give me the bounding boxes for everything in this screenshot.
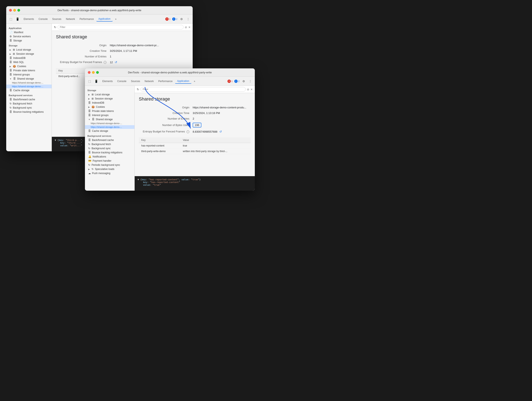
tab-sources-2[interactable]: Sources [129, 79, 142, 83]
tab-performance-1[interactable]: Performance [77, 17, 96, 21]
origin-value-2: https://shared-storage-demo-content-prod… [193, 106, 246, 109]
window-title-2: DevTools - shared-storage-demo-publisher… [128, 71, 212, 74]
tab-elements-2[interactable]: Elements [100, 79, 115, 83]
minimize-button-2[interactable] [92, 71, 95, 74]
websql-icon: 🗄 [10, 61, 12, 64]
sidebar-item-websql-1[interactable]: 🗄 Web SQL [6, 60, 51, 64]
refresh-icon-1[interactable]: ↻ [54, 25, 56, 29]
sidebar-item-shared-url-3[interactable]: https://shared-storage-demo-... [85, 121, 134, 125]
sidebar-item-shared-url-1[interactable]: https://shared-storage-demo-... [6, 81, 51, 84]
minimize-button-1[interactable] [13, 9, 16, 12]
error-circle-2: ✕ [228, 80, 231, 83]
sidebar-item-private-tokens-2[interactable]: 🗄 Private state tokens [85, 109, 134, 113]
expand-icon-session-2: ▶ [88, 98, 90, 100]
select-element-icon-2[interactable]: ⬚ [87, 79, 92, 84]
sidebar-item-storage-1[interactable]: 🗄 Storage [6, 38, 51, 43]
bounce-tracking-icon: 🗄 [10, 110, 12, 113]
expand-icon-local-2: ▶ [88, 94, 90, 96]
more-icon-1[interactable]: ⋮ [186, 17, 190, 22]
info-badge-1: i 2 [172, 17, 177, 21]
filter-input-1[interactable] [57, 25, 184, 29]
sidebar-item-shared-storage-2[interactable]: ▼ 🗄 Shared storage [85, 117, 134, 121]
sidebar-item-notifications-2[interactable]: 🔔 Notifications [85, 155, 134, 159]
refresh-icon-2[interactable]: ↻ [137, 88, 139, 91]
sidebar-item-session-storage-1[interactable]: ▶ ⊞ Session storage [6, 52, 51, 56]
sidebar-item-periodic-bg-sync-2[interactable]: ↻ Periodic background sync [85, 163, 134, 167]
select-element-icon[interactable]: ⬚ [8, 17, 13, 22]
service-workers-icon: ⚙ [10, 35, 12, 38]
filter-close-icon-1[interactable]: ✕ [188, 26, 190, 29]
entropy-info-icon-2[interactable]: i [186, 130, 189, 133]
close-button-1[interactable] [9, 9, 12, 12]
sidebar-item-shared-url-4[interactable]: https://shared-storage-demo-... [85, 125, 134, 129]
reset-entropy-btn-1[interactable]: ↺ [115, 61, 117, 64]
sidebar-item-speculative-loads-2[interactable]: ▶ ↻ Speculative loads [85, 167, 134, 171]
maximize-button-1[interactable] [17, 9, 20, 12]
sidebar-1: Application 📄 Manifest ⚙ Service workers… [6, 24, 52, 151]
indexeddb-icon: 🗄 [10, 57, 12, 59]
storage-icon: 🗄 [10, 39, 12, 42]
sidebar-item-bg-fetch-1[interactable]: ↻ Background fetch [6, 102, 51, 106]
sidebar-item-payment-handler-2[interactable]: 💳 Payment handler [85, 159, 134, 163]
filter-clear-icon-1[interactable]: ⊘ [185, 26, 187, 29]
info-entries-2: Number of Entries 2 [139, 117, 251, 120]
info-circle-1: i [172, 17, 176, 21]
tab-sources-1[interactable]: Sources [50, 17, 63, 21]
sidebar-item-bounce-tracking-1[interactable]: 🗄 Bounce tracking mitigations [6, 110, 51, 114]
indexeddb-icon-2: 🗄 [88, 101, 91, 104]
sidebar-item-cache-storage-2[interactable]: 🗄 Cache storage [85, 129, 134, 133]
sidebar-item-cookies-1[interactable]: ▶ 🍪 Cookies [6, 64, 51, 68]
reset-entropy-btn-2[interactable]: ↺ [219, 130, 222, 133]
filter-clear-icon-2[interactable]: ⊘ [247, 88, 249, 91]
tab-console-1[interactable]: Console [37, 17, 50, 21]
tab-application-2[interactable]: Application [175, 79, 191, 84]
sidebar-item-service-workers-1[interactable]: ⚙ Service workers [6, 34, 51, 38]
entropy-info-icon-1[interactable]: i [104, 61, 107, 64]
sidebar-item-back-forward-2[interactable]: 🗄 Back/forward cache [85, 138, 134, 142]
sidebar-item-interest-groups-2[interactable]: 🗄 Interest groups [85, 113, 134, 117]
sidebar-item-back-forward-1[interactable]: 🗄 Back/forward cache [6, 97, 51, 102]
maximize-button-2[interactable] [96, 71, 99, 74]
creation-time-value-2: 3/25/2024, 1:13:16 PM [193, 111, 220, 115]
sidebar-item-shared-url-2[interactable]: https://shared-storage-demo-... [6, 84, 51, 88]
device-toggle-icon[interactable]: 📱 [15, 17, 20, 22]
filter-bar-1: ↻ ⊘ ✕ [52, 24, 193, 31]
device-toggle-icon-2[interactable]: 📱 [94, 79, 99, 84]
sidebar-item-cookies-2[interactable]: ▶ 🍪 Cookies [85, 105, 134, 109]
push-messaging-icon-2: ☁ [88, 172, 91, 175]
more-icon-2[interactable]: ⋮ [248, 79, 253, 84]
sidebar-item-bg-fetch-2[interactable]: ↻ Background fetch [85, 142, 134, 146]
sidebar-item-private-tokens-1[interactable]: 🗄 Private state tokens [6, 68, 51, 73]
table-cell-key-1: has-reported-content [139, 143, 180, 149]
tab-application-1[interactable]: Application [96, 17, 113, 22]
sidebar-item-manifest-1[interactable]: 📄 Manifest [6, 30, 51, 34]
table-row[interactable]: third-party-write-demo written into thir… [139, 149, 251, 154]
filter-close-icon-2[interactable]: ✕ [250, 88, 253, 91]
close-button-2[interactable] [88, 71, 90, 74]
tab-network-1[interactable]: Network [64, 17, 77, 21]
tab-performance-2[interactable]: Performance [156, 79, 175, 83]
sidebar-item-bounce-tracking-2[interactable]: 🗄 Bounce tracking mitigations [85, 150, 134, 155]
sidebar-item-bg-sync-1[interactable]: ↻ Background sync [6, 106, 51, 110]
sidebar-item-shared-storage-1[interactable]: ▼ 🗄 Shared storage [6, 77, 51, 81]
sidebar-item-local-storage-1[interactable]: ▶ ⊞ Local storage [6, 48, 51, 52]
sidebar-item-local-storage-2[interactable]: ▶ ⊞ Local storage [85, 92, 134, 96]
sidebar-item-indexeddb-2[interactable]: 🗄 IndexedDB [85, 101, 134, 105]
tab-elements-1[interactable]: Elements [22, 17, 36, 21]
interest-groups-icon-2: 🗄 [88, 114, 91, 117]
sidebar-item-cache-storage-1[interactable]: 🗄 Cache storage [6, 88, 51, 92]
sidebar-item-bg-sync-2[interactable]: ↻ Background sync [85, 146, 134, 150]
sidebar-item-session-storage-2[interactable]: ▶ ⊞ Session storage [85, 96, 134, 101]
table-row[interactable]: has-reported-content true [139, 143, 251, 149]
tab-more-1[interactable]: » [113, 17, 119, 21]
toolbar-1: ⬚ 📱 Elements Console Sources Network Per… [6, 14, 193, 24]
gear-icon-1[interactable]: ⚙ [179, 17, 184, 22]
gear-icon-2[interactable]: ⚙ [241, 79, 246, 84]
sidebar-item-push-messaging-2[interactable]: ☁ Push messaging [85, 171, 134, 175]
filter-input-2[interactable] [140, 87, 246, 92]
sidebar-item-indexeddb-1[interactable]: 🗄 IndexedDB [6, 56, 51, 60]
sidebar-item-interest-groups-1[interactable]: 🗄 Interest groups [6, 73, 51, 77]
tab-network-2[interactable]: Network [143, 79, 156, 83]
tab-more-2[interactable]: » [192, 79, 197, 83]
tab-console-2[interactable]: Console [115, 79, 128, 83]
